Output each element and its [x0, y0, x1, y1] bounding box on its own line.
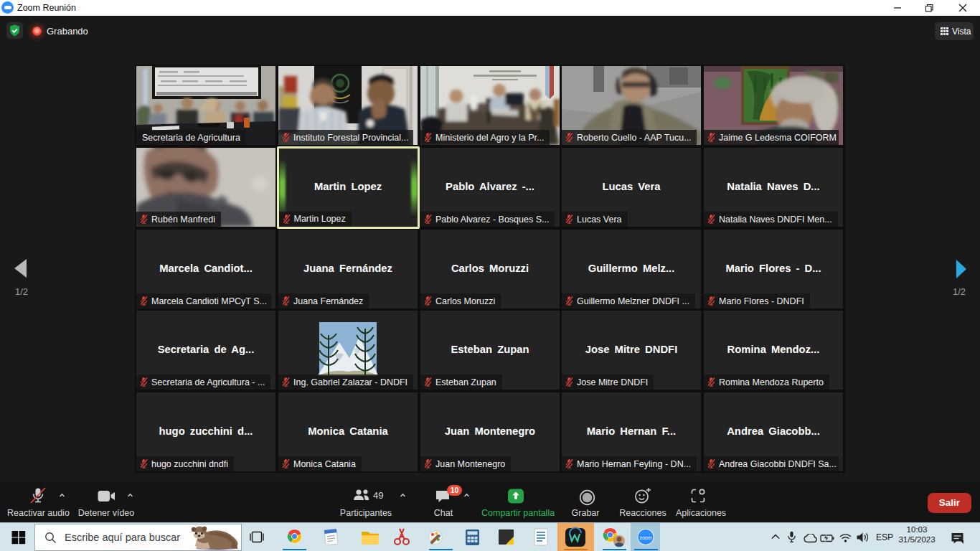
svg-text:zoom: zoom: [639, 535, 651, 540]
